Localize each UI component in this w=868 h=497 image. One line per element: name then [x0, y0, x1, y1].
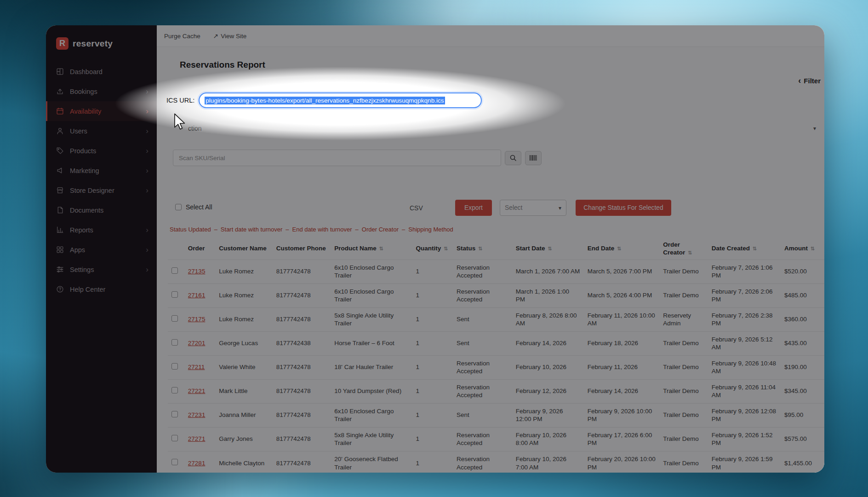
- ics-url-input[interactable]: plugins/booking-bytes-hotels/export/all_…: [199, 92, 482, 108]
- desktop-background: R reservety DashboardBookings›Availabili…: [0, 0, 868, 497]
- ics-url-row: ICS URL: plugins/booking-bytes-hotels/ex…: [166, 92, 482, 108]
- ics-url-selected-text: plugins/booking-bytes-hotels/export/all_…: [205, 97, 445, 104]
- mouse-cursor: [171, 113, 188, 132]
- app-window: R reservety DashboardBookings›Availabili…: [46, 25, 824, 473]
- ics-url-label: ICS URL:: [166, 97, 194, 104]
